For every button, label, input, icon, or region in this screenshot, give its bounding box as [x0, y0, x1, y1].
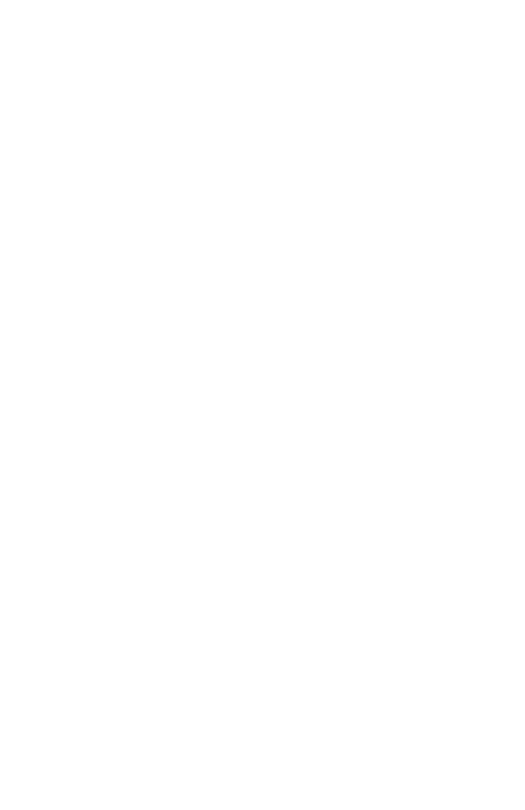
page-content [12, 8, 513, 16]
